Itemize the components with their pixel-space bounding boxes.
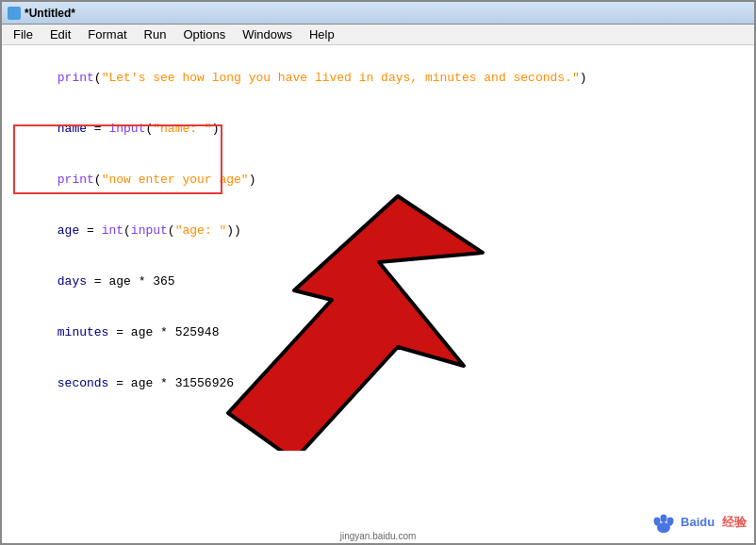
code-line-4: age = int(input("age: ")) <box>13 206 743 256</box>
main-window: *Untitled* File Edit Format Run Options … <box>0 0 756 545</box>
code-line-5: days = age * 365 <box>13 256 743 307</box>
code-editor[interactable]: print("Let's see how long you have lived… <box>2 45 754 543</box>
svg-point-4 <box>661 515 667 522</box>
menu-options[interactable]: Options <box>175 25 233 43</box>
site-url: jingyan.baidu.com <box>2 531 754 541</box>
app-icon <box>8 7 21 20</box>
menu-run[interactable]: Run <box>137 25 174 43</box>
menu-bar: File Edit Format Run Options Windows Hel… <box>2 25 754 45</box>
menu-file[interactable]: File <box>6 25 41 43</box>
code-line-6: minutes = age * 525948 <box>13 307 743 358</box>
baidu-brand: Baidu 经验 <box>681 514 747 532</box>
menu-windows[interactable]: Windows <box>235 25 300 43</box>
window-title: *Untitled* <box>25 7 75 20</box>
menu-edit[interactable]: Edit <box>42 25 78 43</box>
code-line-7: seconds = age * 31556926 <box>13 358 743 409</box>
svg-point-6 <box>668 521 672 526</box>
keyword-print: print <box>58 71 94 85</box>
code-line-3: print("now enter your age") <box>13 155 743 206</box>
title-bar: *Untitled* <box>2 2 754 25</box>
menu-format[interactable]: Format <box>80 25 134 43</box>
menu-help[interactable]: Help <box>302 25 342 43</box>
svg-point-5 <box>655 521 659 526</box>
code-line-2: name = input("name: ") <box>13 104 743 155</box>
code-line-1: print("Let's see how long you have lived… <box>13 53 743 104</box>
